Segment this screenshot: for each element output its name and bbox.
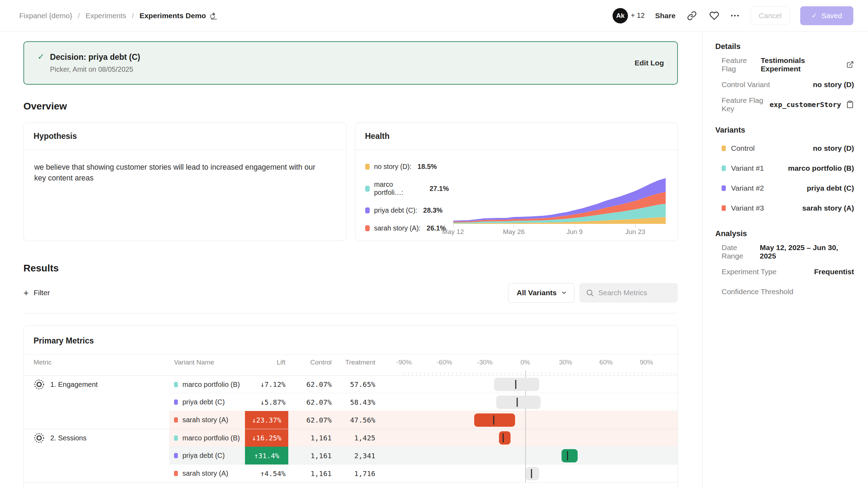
confidence-interval-bar: [474, 413, 515, 427]
variant-row-1: Variant #1 marco portfolio (B): [715, 158, 854, 178]
minor-tick: [578, 372, 578, 375]
metric-target-icon: [34, 432, 45, 444]
minor-tick: [533, 372, 534, 375]
breadcrumb-experiments[interactable]: Experiments: [86, 12, 126, 20]
minor-tick: [675, 372, 675, 375]
feature-flag-key-value: exp_customerStory: [769, 100, 854, 109]
minor-tick: [513, 372, 513, 375]
variant-color-swatch: [722, 146, 726, 151]
ci-axis-label: 60%: [599, 359, 613, 366]
column-header-treatment: Treatment: [335, 359, 381, 366]
lift-value: ↑4.54%: [260, 469, 285, 478]
add-filter-button[interactable]: + Filter: [23, 288, 50, 297]
variant-cell: sarah story (A): [169, 469, 245, 477]
metrics-table-body: 1. Engagementmarco portfolio (B)↓7.12%62…: [24, 375, 678, 482]
search-metrics-box[interactable]: [579, 283, 678, 303]
minor-tick: [566, 372, 566, 375]
variant-color-dot: [174, 382, 178, 387]
treatment-value: 58.43%: [335, 398, 381, 406]
copy-link-icon[interactable]: [686, 10, 698, 22]
all-variants-dropdown[interactable]: All Variants: [508, 283, 574, 303]
search-metrics-input[interactable]: [598, 289, 672, 297]
minor-tick: [594, 372, 594, 375]
confidence-interval-bar: [496, 396, 541, 409]
health-card-title: Health: [355, 123, 678, 150]
breadcrumb-project[interactable]: Fixpanel {demo}: [19, 12, 72, 20]
primary-metrics-card: Primary Metrics Metric Variant Name Lift…: [23, 325, 678, 489]
main-content: ✓ Decision: priya debt (C) Picker, Amit …: [0, 31, 702, 489]
table-row[interactable]: sarah story (A)↑4.54%1,1611,716: [24, 465, 678, 482]
minor-tick: [671, 372, 671, 375]
minor-tick: [529, 372, 530, 375]
hypothesis-text: we believe that showing customer stories…: [24, 150, 331, 196]
confidence-interval-bar: [526, 467, 540, 480]
minor-tick: [497, 372, 497, 375]
minor-tick: [663, 372, 663, 375]
control-variant-value: no story (D): [813, 80, 854, 89]
minor-tick: [626, 372, 627, 375]
lift-marker: [517, 398, 518, 407]
minor-tick: [642, 372, 643, 375]
cancel-button[interactable]: Cancel: [751, 6, 790, 25]
minor-tick: [505, 372, 505, 375]
lift-value: ↑31.4%: [254, 452, 279, 460]
external-link-icon[interactable]: [846, 61, 854, 69]
hypothesis-card-title: Hypothesis: [24, 123, 346, 150]
feature-flag-link[interactable]: Testimonials Experiment: [761, 56, 854, 73]
ci-axis-label: -30%: [477, 359, 492, 366]
avatar[interactable]: Ak: [613, 8, 628, 23]
minor-tick: [602, 372, 602, 375]
table-row[interactable]: sarah story (A)↓23.37%62.07%47.56%: [24, 411, 678, 429]
minor-tick: [420, 372, 420, 375]
variant-name: priya debt (C): [182, 452, 225, 460]
add-metric-button[interactable]: + Add: [24, 482, 678, 489]
legend-item: priya debt (C): 28.3%: [365, 206, 449, 214]
collaborators-count[interactable]: + 12: [631, 12, 644, 20]
minor-tick: [436, 372, 437, 375]
variant-cell: sarah story (A): [169, 416, 245, 424]
search-icon: [586, 289, 594, 297]
control-value: 62.07%: [288, 398, 335, 406]
minor-tick: [582, 372, 582, 375]
variant-name: sarah story (A): [182, 416, 228, 424]
table-row[interactable]: priya debt (C)↓5.87%62.07%58.43%: [24, 393, 678, 411]
control-value: 1,161: [288, 469, 335, 478]
ci-chart-cell: [402, 447, 678, 465]
analysis-heading: Analysis: [715, 229, 854, 238]
stacked-area-chart: [453, 176, 666, 224]
variant-cell: priya debt (C): [169, 452, 245, 460]
results-heading: Results: [23, 263, 678, 274]
saved-button[interactable]: ✓ Saved: [800, 6, 853, 25]
decision-subtitle: Picker, Amit on 08/05/2025: [50, 65, 140, 73]
minor-tick: [517, 372, 518, 375]
favorite-heart-icon[interactable]: [708, 10, 720, 22]
minor-tick: [489, 372, 489, 375]
detail-row-control-variant: Control Variant no story (D): [715, 75, 854, 94]
metric-cell: 1. Engagement: [24, 379, 169, 390]
control-value: 1,161: [288, 434, 335, 442]
edit-log-button[interactable]: Edit Log: [635, 59, 664, 67]
more-options-icon[interactable]: •••: [731, 12, 740, 19]
table-row[interactable]: 1. Engagementmarco portfolio (B)↓7.12%62…: [24, 375, 678, 393]
variant-cell: marco portfolio (B): [169, 434, 245, 442]
decision-title: Decision: priya debt (C): [50, 52, 140, 62]
ci-axis-label: 90%: [640, 359, 653, 366]
minor-tick: [453, 372, 453, 375]
minor-tick: [428, 372, 428, 375]
breadcrumb-separator: /: [78, 12, 80, 20]
lift-value: ↓7.12%: [260, 380, 285, 389]
share-button[interactable]: Share: [655, 12, 675, 20]
minor-tick: [485, 372, 485, 375]
treatment-value: 47.56%: [335, 416, 381, 424]
ci-chart-cell: [402, 411, 678, 429]
divider: [23, 313, 678, 313]
minor-tick: [469, 372, 469, 375]
clipboard-copy-icon[interactable]: [846, 100, 854, 108]
table-row[interactable]: 2. Sessionsmarco portfolio (B)↓16.25%1,1…: [24, 429, 678, 447]
minor-tick: [416, 372, 417, 375]
detail-row-feature-flag-key: Feature Flag Key exp_customerStory: [715, 94, 854, 114]
metric-target-icon: [34, 379, 45, 390]
table-row[interactable]: priya debt (C)↑31.4%1,1612,341: [24, 447, 678, 465]
ci-chart-cell: [402, 393, 678, 411]
page-title: Experiments Demo: [139, 12, 206, 20]
